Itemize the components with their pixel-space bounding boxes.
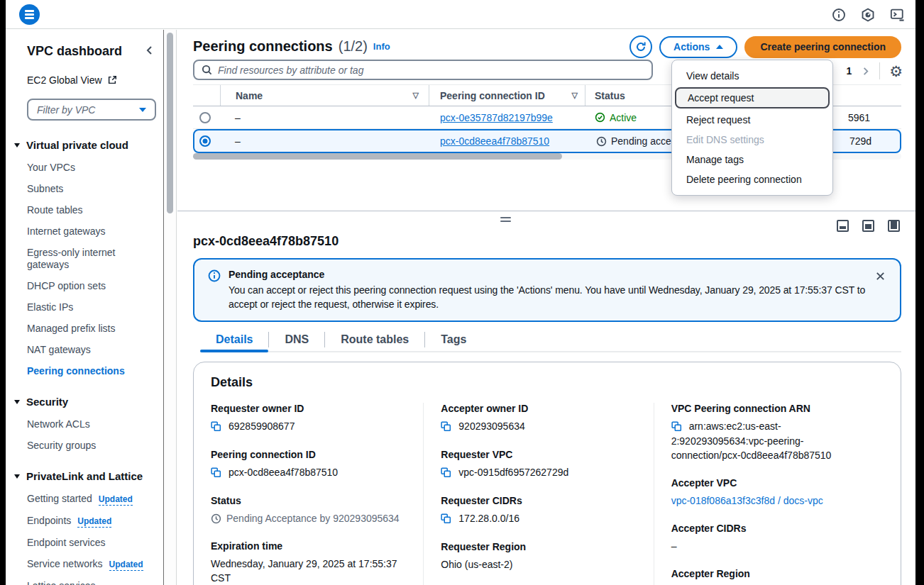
hexagon-gauge-icon[interactable] [861, 8, 875, 22]
search-input[interactable] [218, 65, 644, 76]
copy-button[interactable] [441, 421, 451, 434]
copy-button[interactable] [671, 421, 682, 434]
sidebar-item-egress-only-internet-gateways[interactable]: Egress-only internet gateways [27, 247, 148, 271]
sidebar-item-internet-gateways[interactable]: Internet gateways [27, 225, 148, 238]
menu-item-reject-request[interactable]: Reject request [672, 110, 832, 130]
sidebar-item-endpoints[interactable]: EndpointsUpdated [27, 515, 148, 528]
row-radio-button[interactable] [199, 112, 211, 123]
panel-layout-full-icon[interactable] [888, 220, 900, 232]
copy-icon [211, 467, 221, 478]
tab-details[interactable]: Details [200, 328, 268, 351]
sidebar-item-route-tables[interactable]: Route tables [27, 204, 148, 216]
menu-item-view-details[interactable]: View details [672, 66, 832, 86]
tab-tags[interactable]: Tags [425, 328, 482, 351]
chevron-left-icon [145, 45, 155, 55]
row-radio-button-checked[interactable] [199, 135, 211, 147]
tab-dns[interactable]: DNS [269, 328, 324, 351]
table-settings-button[interactable]: ⚙ [889, 64, 903, 79]
copy-icon [211, 421, 221, 432]
section-toggle-virtual-private-cloud[interactable]: Virtual private cloud [14, 139, 156, 151]
sidebar-title: VPC dashboard [27, 44, 122, 59]
sidebar-item-peering-connections[interactable]: Peering connections [27, 365, 148, 377]
sidebar-scrollbar[interactable] [163, 30, 177, 585]
sidebar-item-nat-gateways[interactable]: NAT gateways [27, 344, 148, 356]
panel-layout-bottom-small-icon[interactable] [837, 220, 849, 232]
field-value: Wednesday, January 29, 2025 at 17:55:37 … [211, 557, 406, 585]
sidebar-item-security-groups[interactable]: Security groups [27, 440, 148, 452]
ec2-global-view-link[interactable]: EC2 Global View [27, 74, 156, 86]
cell-name: – [221, 135, 431, 147]
column-header-peering-connection-id[interactable]: Peering connection ID ▽ [429, 85, 585, 106]
hamburger-menu-button[interactable] [19, 4, 40, 25]
alert-close-button[interactable] [872, 268, 889, 286]
field-value: 692859908677 [229, 420, 295, 432]
sidebar-item-dhcp-option-sets[interactable]: DHCP option sets [27, 280, 148, 292]
sidebar-item-your-vpcs[interactable]: Your VPCs [27, 162, 148, 174]
app-frame: VPC dashboard EC2 Global View Filter by … [6, 0, 915, 585]
sidebar-item-label: Getting started [27, 493, 92, 504]
cloudshell-icon[interactable] [890, 8, 904, 22]
field-label: Accepter CIDRs [671, 523, 867, 534]
copy-button[interactable] [211, 467, 221, 480]
field-label: VPC Peering connection ARN [671, 403, 867, 414]
horizontal-scrollbar-thumb[interactable] [193, 153, 562, 160]
result-count: (1/2) [339, 38, 368, 55]
search-icon [202, 65, 212, 75]
copy-button[interactable] [211, 421, 221, 434]
field-label: Accepter VPC [671, 477, 867, 489]
accepter-vpc-link[interactable]: vpc-018f086a13f3c3f8d / docs-vpc [671, 494, 867, 508]
field-value: 172.28.0.0/16 [458, 513, 519, 524]
actions-button-label: Actions [673, 41, 710, 52]
cell-requester-vpc-fragment: 5961 [848, 106, 870, 128]
sidebar-item-elastic-ips[interactable]: Elastic IPs [27, 301, 148, 313]
sidebar-scrollbar-thumb[interactable] [167, 33, 173, 213]
copy-button[interactable] [441, 513, 451, 526]
menu-item-accept-request[interactable]: Accept request [675, 87, 830, 108]
actions-button[interactable]: Actions [659, 36, 737, 58]
sidebar-item-managed-prefix-lists[interactable]: Managed prefix lists [27, 323, 148, 335]
section-toggle-privatelink-and-lattice[interactable]: PrivateLink and Lattice [14, 470, 156, 482]
menu-item-manage-tags[interactable]: Manage tags [672, 150, 832, 169]
top-navigation-bar [6, 0, 915, 29]
sidebar-item-subnets[interactable]: Subnets [27, 183, 148, 195]
sidebar: VPC dashboard EC2 Global View Filter by … [6, 30, 163, 585]
copy-icon [441, 421, 451, 432]
peering-connection-link[interactable]: pcx-0e35787d82197b99e [440, 112, 553, 123]
menu-item-delete-peering-connection[interactable]: Delete peering connection [672, 169, 832, 189]
chevron-down-icon [139, 108, 146, 112]
info-link[interactable]: Info [373, 41, 390, 52]
create-peering-connection-button[interactable]: Create peering connection [744, 36, 901, 58]
sidebar-item-getting-started[interactable]: Getting startedUpdated [27, 493, 148, 506]
updated-badge: Updated [77, 516, 111, 528]
section-toggle-security[interactable]: Security [14, 396, 156, 408]
details-card: Details Requester owner ID 692859908677 … [193, 362, 901, 585]
details-card-title: Details [211, 375, 884, 390]
field-value: Ohio (us-east-2) [441, 557, 636, 572]
field-value: 920293095634 [458, 420, 524, 432]
vpc-filter-select[interactable]: Filter by VPC [27, 99, 156, 121]
info-icon[interactable] [832, 8, 846, 22]
sort-icon[interactable]: ▽ [413, 91, 419, 100]
divider [879, 62, 880, 79]
clock-icon [211, 513, 221, 524]
field-label: Status [211, 495, 406, 506]
collapse-sidebar-button[interactable] [143, 44, 156, 59]
caret-up-icon [716, 45, 723, 49]
column-header-name[interactable]: Name ▽ [220, 85, 429, 106]
sidebar-item-endpoint-services[interactable]: Endpoint services [27, 537, 148, 549]
copy-button[interactable] [441, 467, 451, 480]
sidebar-item-lattice-services[interactable]: Lattice services [27, 580, 148, 585]
updated-badge: Updated [99, 494, 133, 506]
refresh-button[interactable] [629, 35, 652, 58]
external-link-icon [107, 75, 117, 85]
sidebar-item-service-networks[interactable]: Service networksUpdated [27, 558, 160, 571]
panel-layout-bottom-half-icon[interactable] [862, 220, 874, 232]
split-drag-handle[interactable] [500, 217, 511, 222]
tab-route-tables[interactable]: Route tables [325, 328, 424, 351]
page-number-button[interactable]: 1 [846, 65, 852, 77]
next-page-button[interactable] [861, 67, 870, 76]
sort-icon[interactable]: ▽ [572, 91, 578, 100]
peering-connection-link[interactable]: pcx-0cd8eea4f78b87510 [440, 135, 549, 147]
sidebar-item-network-acls[interactable]: Network ACLs [27, 418, 148, 430]
sidebar-item-label: Endpoints [27, 515, 71, 526]
